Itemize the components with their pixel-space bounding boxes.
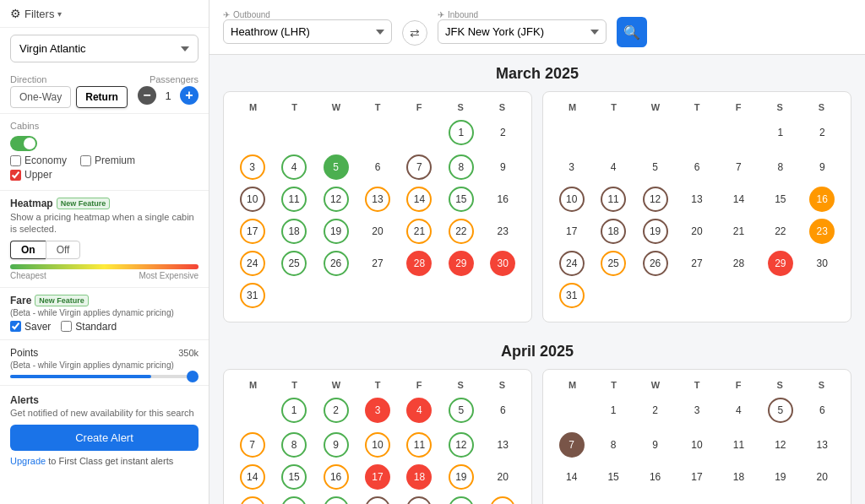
day-21[interactable]: 21 [726, 219, 751, 244]
heatmap-on-button[interactable]: On [10, 241, 46, 259]
day-11[interactable]: 11 [281, 187, 307, 212]
day-12[interactable]: 12 [643, 187, 668, 212]
day-5[interactable]: 5 [768, 398, 793, 423]
upgrade-link[interactable]: Upgrade [10, 456, 46, 466]
swap-button[interactable]: ⇄ [402, 20, 427, 46]
cabins-toggle[interactable] [10, 136, 37, 151]
day-8[interactable]: 8 [281, 432, 307, 458]
day-9[interactable]: 9 [809, 154, 835, 180]
day-31[interactable]: 31 [240, 283, 265, 308]
day-25[interactable]: 25 [281, 251, 307, 276]
day-4[interactable]: 4 [281, 154, 307, 180]
day-17[interactable]: 17 [684, 464, 710, 490]
outbound-select[interactable]: Heathrow (LHR) [223, 19, 392, 44]
return-button[interactable]: Return [76, 86, 128, 108]
day-2[interactable]: 2 [490, 120, 515, 145]
day-26[interactable]: 26 [324, 251, 349, 276]
day-20[interactable]: 20 [684, 219, 710, 244]
day-2[interactable]: 2 [809, 120, 835, 145]
day-9[interactable]: 9 [324, 432, 349, 458]
day-7[interactable]: 7 [726, 154, 751, 180]
inbound-select[interactable]: JFK New York (JFK) [438, 19, 607, 44]
day-27[interactable]: 27 [809, 496, 835, 504]
passengers-minus-button[interactable]: − [138, 86, 156, 105]
day-26[interactable]: 26 [768, 496, 793, 504]
day-11[interactable]: 11 [726, 432, 751, 458]
day-30[interactable]: 30 [809, 251, 835, 276]
day-23[interactable]: 23 [324, 496, 349, 504]
day-7[interactable]: 7 [240, 432, 265, 458]
day-11[interactable]: 11 [406, 432, 432, 458]
standard-checkbox[interactable] [61, 321, 72, 332]
day-17[interactable]: 17 [365, 464, 390, 490]
day-22[interactable]: 22 [768, 219, 793, 244]
day-7[interactable]: 7 [559, 432, 585, 458]
day-17[interactable]: 17 [240, 219, 265, 244]
day-28[interactable]: 28 [406, 251, 432, 276]
day-25[interactable]: 25 [601, 251, 626, 276]
day-3[interactable]: 3 [365, 398, 390, 423]
passengers-plus-button[interactable]: + [180, 86, 199, 105]
day-5[interactable]: 5 [643, 154, 668, 180]
day-8[interactable]: 8 [768, 154, 793, 180]
economy-checkbox[interactable] [10, 155, 21, 166]
day-10[interactable]: 10 [559, 187, 585, 212]
day-19[interactable]: 19 [643, 219, 668, 244]
day-3[interactable]: 3 [240, 154, 265, 180]
day-16[interactable]: 16 [324, 464, 349, 490]
day-1[interactable]: 1 [449, 120, 474, 145]
day-9[interactable]: 9 [490, 154, 515, 180]
day-15[interactable]: 15 [768, 187, 793, 212]
day-20[interactable]: 20 [365, 219, 390, 244]
day-13[interactable]: 13 [809, 432, 835, 458]
day-8[interactable]: 8 [449, 154, 474, 180]
day-19[interactable]: 19 [324, 219, 349, 244]
day-17[interactable]: 17 [559, 219, 585, 244]
day-13[interactable]: 13 [365, 187, 390, 212]
day-22[interactable]: 22 [449, 219, 474, 244]
day-21[interactable]: 21 [559, 496, 585, 504]
day-13[interactable]: 13 [490, 432, 515, 458]
heatmap-off-button[interactable]: Off [46, 241, 81, 259]
one-way-button[interactable]: One-Way [10, 86, 71, 108]
day-19[interactable]: 19 [768, 464, 793, 490]
day-4[interactable]: 4 [601, 154, 626, 180]
day-15[interactable]: 15 [449, 187, 474, 212]
day-2[interactable]: 2 [324, 398, 349, 423]
day-16[interactable]: 16 [490, 187, 515, 212]
day-19[interactable]: 19 [449, 464, 474, 490]
airline-select[interactable]: Virgin Atlantic British Airways Delta Am… [10, 35, 199, 62]
points-slider-thumb[interactable] [187, 371, 199, 382]
day-14[interactable]: 14 [559, 464, 585, 490]
day-8[interactable]: 8 [601, 432, 626, 458]
day-24[interactable]: 24 [559, 251, 585, 276]
day-6[interactable]: 6 [365, 154, 390, 180]
day-16[interactable]: 16 [643, 464, 668, 490]
day-4[interactable]: 4 [726, 398, 751, 423]
day-30[interactable]: 30 [490, 251, 515, 276]
day-6[interactable]: 6 [684, 154, 710, 180]
day-1[interactable]: 1 [601, 398, 626, 423]
day-15[interactable]: 15 [281, 464, 307, 490]
day-15[interactable]: 15 [601, 464, 626, 490]
day-28[interactable]: 28 [726, 251, 751, 276]
day-6[interactable]: 6 [809, 398, 835, 423]
search-button[interactable]: 🔍 [617, 17, 647, 47]
day-12[interactable]: 12 [324, 187, 349, 212]
day-20[interactable]: 20 [490, 464, 515, 490]
day-5[interactable]: 5 [449, 398, 474, 423]
day-23[interactable]: 23 [643, 496, 668, 504]
day-14[interactable]: 14 [406, 187, 432, 212]
saver-checkbox[interactable] [10, 321, 21, 332]
day-24[interactable]: 24 [684, 496, 710, 504]
day-3[interactable]: 3 [559, 154, 585, 180]
day-25[interactable]: 25 [726, 496, 751, 504]
premium-checkbox[interactable] [80, 155, 91, 166]
day-10[interactable]: 10 [684, 432, 710, 458]
day-21[interactable]: 21 [406, 219, 432, 244]
day-13[interactable]: 13 [684, 187, 710, 212]
day-3[interactable]: 3 [684, 398, 710, 423]
day-12[interactable]: 12 [449, 432, 474, 458]
day-7[interactable]: 7 [406, 154, 432, 180]
day-1[interactable]: 1 [768, 120, 793, 145]
